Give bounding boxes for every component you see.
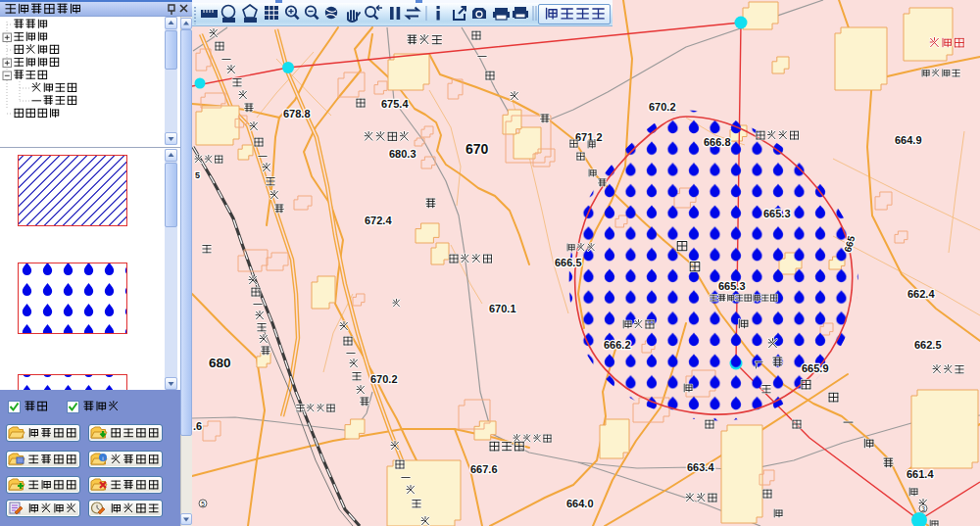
svg-text:665.9: 665.9 [802,362,829,374]
svg-text:670.1: 670.1 [489,303,516,314]
svg-text:662.4: 662.4 [907,288,935,300]
svg-text:680: 680 [209,356,231,370]
svg-text:.6: .6 [193,420,202,432]
svg-text:680.3: 680.3 [389,148,416,160]
svg-text:664.0: 664.0 [566,498,594,509]
svg-text:665.3: 665.3 [718,280,746,292]
svg-text:678.8: 678.8 [283,108,311,120]
svg-text:666.8: 666.8 [704,136,731,148]
svg-text:670.2: 670.2 [370,373,398,385]
svg-text:667.6: 667.6 [470,463,498,475]
svg-text:664.9: 664.9 [895,134,922,146]
svg-text:665.3: 665.3 [763,208,791,219]
svg-text:675.4: 675.4 [381,98,409,110]
svg-text:670.2: 670.2 [649,101,676,113]
svg-text:672.4: 672.4 [365,215,392,226]
svg-text:663.4: 663.4 [687,461,714,473]
svg-text:670: 670 [466,141,489,157]
svg-text:666.5: 666.5 [555,257,582,268]
svg-text:662.5: 662.5 [914,339,942,351]
svg-text:3: 3 [921,505,925,512]
svg-text:5: 5 [195,170,200,180]
svg-text:661.4: 661.4 [906,468,934,480]
svg-text:5: 5 [201,501,205,507]
svg-text:666.2: 666.2 [604,339,631,351]
